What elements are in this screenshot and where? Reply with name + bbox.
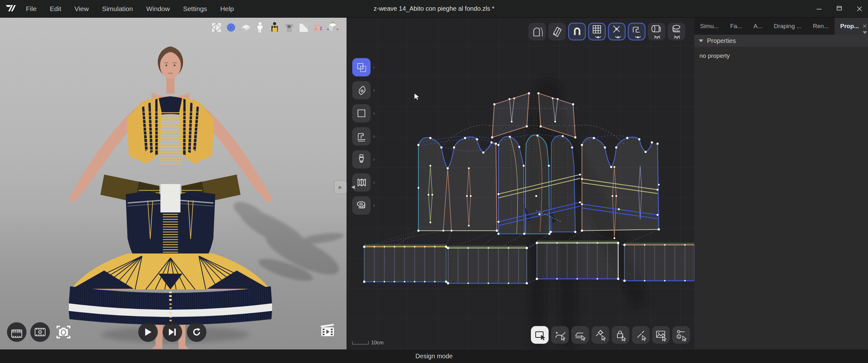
pattern-piece-yoke-right[interactable] — [538, 93, 576, 138]
stitch-visibility-toggle[interactable] — [628, 23, 646, 40]
pattern-canvas[interactable] — [347, 18, 694, 350]
select-pattern-tool[interactable] — [531, 326, 549, 344]
tab-close-icon[interactable] — [863, 24, 867, 28]
titlebar: File Edit View Simulation Window Setting… — [0, 0, 868, 18]
pattern-piece-yoke-left[interactable] — [492, 93, 529, 138]
select-lock-tool[interactable] — [612, 326, 629, 344]
measure-tool[interactable] — [352, 196, 371, 215]
document-title: z-weave 14_Abito con pieghe al fondo.zls… — [374, 5, 494, 12]
properties-content: no property — [694, 47, 868, 59]
seam-allowance-toggle[interactable] — [528, 23, 546, 40]
menubar: File Edit View Simulation Window Setting… — [26, 5, 234, 12]
properties-header-label: Properties — [707, 37, 736, 44]
transform-pattern-tool[interactable] — [352, 58, 371, 77]
select-line-tool[interactable] — [632, 326, 650, 344]
tab-fabric[interactable]: Fa... — [724, 18, 748, 35]
pattern-piece-back-left[interactable] — [418, 137, 497, 231]
tab-accessory[interactable]: A... — [748, 18, 768, 35]
select-sewing-tool[interactable] — [571, 326, 589, 344]
tab-simulation[interactable]: Simu... — [694, 18, 724, 35]
tool-flyout-chevron[interactable]: › — [373, 127, 377, 146]
tool-flyout-chevron[interactable]: › — [373, 58, 377, 77]
pattern-piece-strip-4[interactable] — [624, 243, 694, 281]
garment-icon[interactable] — [283, 21, 296, 34]
empty-property-message: no property — [700, 52, 730, 59]
select-print-tool[interactable] — [652, 326, 670, 344]
menu-simulation[interactable]: Simulation — [102, 5, 133, 12]
2d-viewport[interactable]: › › › › › › › — [347, 18, 694, 350]
tool-flyout-chevron[interactable]: › — [373, 173, 377, 191]
minimize-button[interactable] — [815, 5, 823, 13]
zipper-tool[interactable] — [352, 150, 371, 169]
avatar-lock-icon[interactable] — [268, 21, 281, 34]
menu-window[interactable]: Window — [146, 5, 170, 12]
polygon-tool[interactable] — [352, 104, 371, 122]
mesh-icon[interactable] — [210, 21, 223, 34]
3d-viewport[interactable]: Render — [0, 18, 347, 350]
menu-help[interactable]: Help — [220, 5, 234, 12]
3d-display-toolbar — [210, 21, 339, 34]
mode-label: Design mode — [415, 353, 453, 360]
grid-toggle[interactable] — [588, 23, 606, 40]
close-button[interactable] — [856, 5, 864, 13]
playback-controls — [138, 322, 207, 342]
fabric-icon[interactable] — [297, 21, 310, 34]
collapse-triangle-icon — [699, 39, 703, 42]
panel-tabbar: Simu... Fa... A... Draping ... Ren... Pr… — [694, 18, 868, 35]
avatar-icon[interactable] — [254, 21, 267, 34]
tab-draping[interactable]: Draping ... — [768, 18, 807, 35]
menu-file[interactable]: File — [26, 5, 37, 12]
tool-flyout-chevron[interactable]: › — [373, 104, 377, 122]
3d-scene — [0, 18, 347, 350]
floor-icon[interactable] — [239, 21, 252, 34]
tool-flyout-chevron[interactable]: › — [373, 196, 377, 215]
tab-overflow-icon[interactable] — [863, 31, 867, 34]
fabric-visibility-toggle[interactable] — [648, 23, 665, 40]
expand-right-icon[interactable]: ▶ — [334, 180, 347, 194]
snapshot-button[interactable] — [54, 322, 73, 342]
pattern-piece-strip-1[interactable] — [364, 245, 446, 282]
menu-edit[interactable]: Edit — [50, 5, 61, 12]
pattern-piece-back-right[interactable] — [582, 137, 659, 238]
properties-section-header[interactable]: Properties — [694, 35, 868, 47]
reset-button[interactable] — [187, 322, 207, 342]
animation-editor-button[interactable] — [319, 324, 336, 339]
right-panel: Simu... Fa... A... Draping ... Ren... Pr… — [694, 18, 868, 350]
edit-curvature-tool[interactable] — [352, 81, 371, 99]
scale-bar — [352, 341, 369, 344]
render-button[interactable]: Render — [7, 322, 27, 342]
scale-indicator: 10cm — [352, 340, 383, 345]
step-forward-button[interactable] — [162, 322, 182, 342]
gizmo-cube-icon[interactable] — [327, 21, 339, 34]
pattern-piece-strip-2[interactable] — [448, 246, 527, 283]
select-accessory-tool[interactable] — [672, 326, 690, 344]
play-button[interactable] — [138, 322, 158, 342]
app-logo-icon — [4, 3, 18, 14]
select-pin-tool[interactable] — [591, 326, 609, 344]
sewing-tool[interactable] — [352, 127, 371, 146]
tool-flyout-chevron[interactable]: › — [373, 150, 377, 169]
pattern-piece-strip-3[interactable] — [537, 241, 618, 279]
maximize-button[interactable] — [835, 5, 843, 13]
menu-settings[interactable]: Settings — [183, 5, 207, 12]
capture-controls: Render — [7, 322, 73, 342]
app-window: File Edit View Simulation Window Setting… — [0, 0, 868, 363]
menu-view[interactable]: View — [74, 5, 89, 12]
snap-toggle[interactable] — [568, 23, 586, 40]
tab-render[interactable]: Ren... — [807, 18, 835, 35]
tab-properties-label: Prop... — [840, 23, 859, 30]
sewing-machine-icon[interactable] — [312, 21, 324, 34]
statusbar: Design mode — [0, 350, 868, 363]
select-point-tool[interactable] — [551, 326, 569, 344]
collapse-left-icon[interactable]: ◀ — [347, 180, 359, 193]
pane-divider[interactable]: ▶ ◀ — [334, 180, 359, 195]
scale-label: 10cm — [371, 340, 383, 345]
record-video-button[interactable] — [30, 322, 50, 342]
swatches-toggle[interactable] — [548, 23, 566, 40]
particle-sphere-icon[interactable] — [225, 21, 237, 34]
pin-visibility-toggle[interactable] — [608, 23, 626, 40]
measure-visibility-toggle[interactable] — [668, 23, 685, 40]
mouse-cursor — [414, 93, 422, 102]
render-label: Render — [12, 330, 22, 334]
tool-flyout-chevron[interactable]: › — [373, 81, 377, 99]
